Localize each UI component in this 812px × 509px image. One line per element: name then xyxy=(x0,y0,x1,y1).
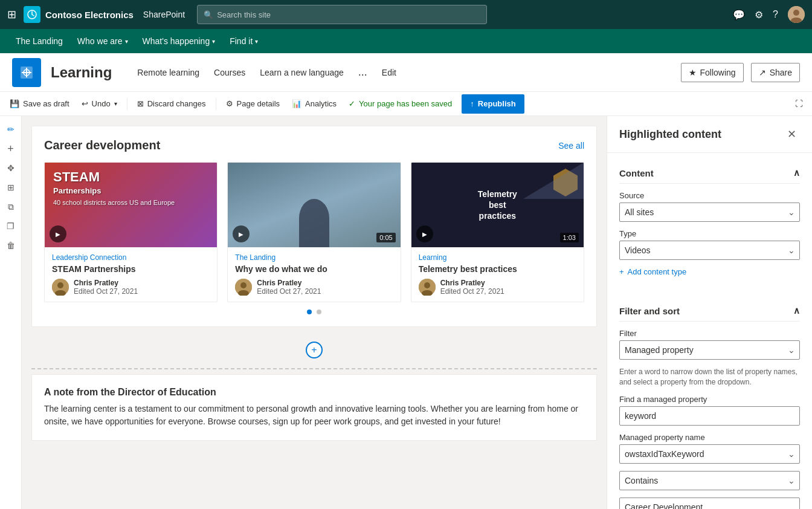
move-icon[interactable]: ✥ xyxy=(2,160,19,177)
save-draft-button[interactable]: 💾 Save as draft xyxy=(5,94,74,114)
add-content-type-label: Add content type xyxy=(628,267,687,276)
brand-icon xyxy=(24,6,40,23)
undo-dropdown-arrow: ▾ xyxy=(114,100,117,107)
duration-badge-lady: 0:05 xyxy=(376,233,395,242)
discard-label: Discard changes xyxy=(147,99,206,108)
sitenav-findit[interactable]: Find it ▾ xyxy=(224,29,264,53)
filter-label: Filter xyxy=(619,329,800,338)
filter-value-input[interactable] xyxy=(619,498,800,509)
settings-icon[interactable]: ⚙ xyxy=(755,9,763,21)
analytics-label: Analytics xyxy=(305,99,337,108)
dot-1[interactable] xyxy=(307,310,312,314)
dropdown-arrow-whathappening: ▾ xyxy=(212,38,215,45)
republish-button[interactable]: ↑ Republish xyxy=(462,94,524,114)
brand[interactable]: Contoso Electronics xyxy=(24,6,134,23)
contains-select[interactable]: Contains xyxy=(619,471,800,490)
filter-collapse-icon: ∧ xyxy=(793,305,800,316)
duplicate-icon[interactable]: ❐ xyxy=(2,218,19,235)
filter-section-label: Filter and sort xyxy=(619,306,680,316)
text-section: A note from the Director of Education Th… xyxy=(31,374,597,441)
author-date-telemetry: Edited Oct 27, 2021 xyxy=(440,287,504,296)
nav-courses[interactable]: Courses xyxy=(208,58,251,87)
page-header: Learning Remote learning Courses Learn a… xyxy=(0,53,812,92)
undo-button[interactable]: ↩ Undo ▾ xyxy=(77,94,122,114)
source-select[interactable]: All sites xyxy=(619,203,800,222)
webpart-title-text: Career development xyxy=(44,138,160,152)
top-navigation: ⊞ Contoso Electronics SharePoint 🔍 Searc… xyxy=(0,0,812,29)
play-button-steam[interactable]: ▶ xyxy=(50,225,66,242)
right-panel: Highlighted content ✕ Content ∧ Source A… xyxy=(607,116,812,509)
delete-icon[interactable]: 🗑 xyxy=(2,237,19,254)
edit-icon[interactable]: ✏ xyxy=(2,121,19,138)
site-navigation: The Landing Who we are ▾ What's happenin… xyxy=(0,29,812,53)
filter-select[interactable]: Managed property xyxy=(619,340,800,360)
expand-icon: ⛶ xyxy=(795,99,803,108)
divider-1 xyxy=(127,98,127,110)
copy-icon[interactable]: ⧉ xyxy=(2,198,19,215)
waffle-icon[interactable]: ⊞ xyxy=(7,8,16,21)
nav-remote-learning[interactable]: Remote learning xyxy=(131,58,205,87)
career-development-webpart: Career development See all STEAM Partner… xyxy=(31,126,597,327)
republish-icon: ↑ xyxy=(470,99,474,108)
content-accordion-header[interactable]: Content ∧ xyxy=(619,163,800,184)
add-icon: + xyxy=(619,267,624,276)
add-section-row: + xyxy=(31,337,597,363)
duration-badge-telemetry: 1:03 xyxy=(560,233,579,242)
sharepoint-label: SharePoint xyxy=(143,10,185,19)
chat-icon[interactable]: 💬 xyxy=(733,9,745,21)
find-property-input[interactable] xyxy=(619,406,800,426)
dot-2[interactable] xyxy=(317,310,321,314)
see-all-link[interactable]: See all xyxy=(558,141,584,151)
nav-more[interactable]: ... xyxy=(352,58,373,87)
card-steam-title[interactable]: STEAM Partnerships xyxy=(52,264,210,274)
add-section-button[interactable]: + xyxy=(306,342,323,358)
brand-label: Contoso Electronics xyxy=(45,10,134,20)
card-telemetry: Telemetrybestpractices ▶ 1:03 Learning T… xyxy=(411,162,584,302)
sitenav-landing[interactable]: The Landing xyxy=(10,29,69,53)
panel-close-button[interactable]: ✕ xyxy=(783,126,800,143)
page-icon xyxy=(12,58,41,87)
filter-accordion-header[interactable]: Filter and sort ∧ xyxy=(619,300,800,322)
type-select[interactable]: Videos xyxy=(619,241,800,260)
discard-button[interactable]: ⊠ Discard changes xyxy=(132,94,211,114)
type-label: Type xyxy=(619,229,800,238)
pagination xyxy=(44,310,584,314)
share-button[interactable]: ↗ Share xyxy=(751,63,800,82)
dropdown-arrow-whoweare: ▾ xyxy=(125,38,128,45)
search-icon: 🔍 xyxy=(204,10,213,19)
search-bar[interactable]: 🔍 Search this site xyxy=(197,5,487,24)
card-lady-title[interactable]: Why we do what we do xyxy=(235,264,393,274)
sitenav-whoweare[interactable]: Who we are ▾ xyxy=(71,29,134,53)
add-content-type-link[interactable]: + Add content type xyxy=(619,267,800,276)
filter-hint: Enter a word to narrow down the list of … xyxy=(619,367,800,387)
card-telemetry-site: Learning xyxy=(419,253,576,262)
user-avatar[interactable] xyxy=(788,6,805,23)
share-label: Share xyxy=(770,68,792,77)
sitenav-whathappening[interactable]: What's happening ▾ xyxy=(137,29,222,53)
resize-icon[interactable]: ⊞ xyxy=(2,179,19,196)
undo-icon: ↩ xyxy=(82,99,88,108)
nav-edit[interactable]: Edit xyxy=(376,58,402,87)
details-icon: ⚙ xyxy=(226,99,233,108)
following-label: Following xyxy=(700,68,736,77)
nav-new-language[interactable]: Learn a new language xyxy=(254,58,350,87)
author-name-steam: Chris Pratley xyxy=(74,279,138,287)
card-lady-thumbnail: ▶ 0:05 xyxy=(228,163,400,247)
page-title: Learning xyxy=(51,64,112,81)
toolbar: 💾 Save as draft ↩ Undo ▾ ⊠ Discard chang… xyxy=(0,92,812,116)
card-telemetry-title[interactable]: Telemetry best practices xyxy=(419,264,576,274)
add-section-icon[interactable]: + xyxy=(2,140,19,157)
managed-name-select[interactable]: owstaxIdTaxKeyword xyxy=(619,444,800,464)
page-nav: Remote learning Courses Learn a new lang… xyxy=(131,58,402,87)
analytics-button[interactable]: 📊 Analytics xyxy=(287,94,341,114)
share-icon: ↗ xyxy=(759,68,766,77)
filter-select-wrapper: Managed property xyxy=(619,340,800,360)
expand-button[interactable]: ⛶ xyxy=(790,96,807,112)
page-details-button[interactable]: ⚙ Page details xyxy=(221,94,285,114)
content-section-label: Content xyxy=(619,168,654,178)
play-button-telemetry[interactable]: ▶ xyxy=(416,225,433,242)
help-icon[interactable]: ? xyxy=(773,9,778,20)
left-sidebar: ✏ + ✥ ⊞ ⧉ ❐ 🗑 xyxy=(0,116,22,509)
following-button[interactable]: ★ Following xyxy=(681,63,744,82)
author-date-steam: Edited Oct 27, 2021 xyxy=(74,287,138,296)
